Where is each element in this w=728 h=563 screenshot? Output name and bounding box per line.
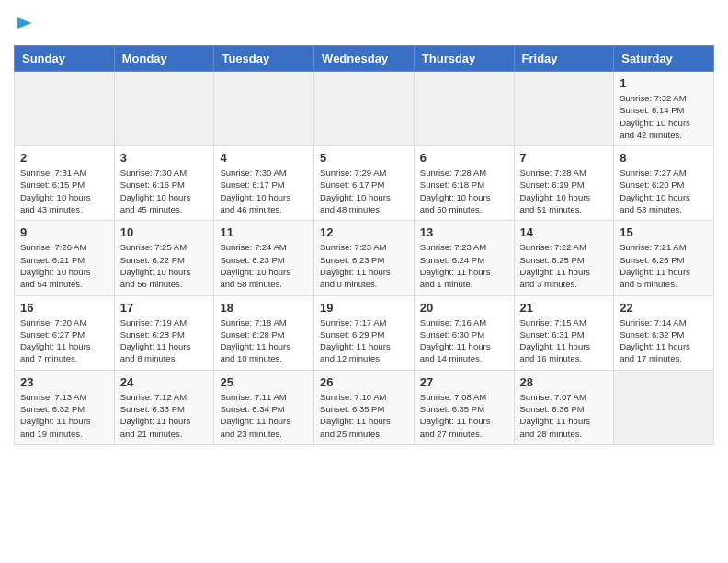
calendar-cell: 1Sunrise: 7:32 AMSunset: 6:14 PMDaylight… bbox=[614, 72, 714, 146]
day-info: Sunrise: 7:25 AMSunset: 6:22 PMDaylight:… bbox=[120, 241, 209, 290]
day-number: 10 bbox=[120, 225, 209, 239]
day-info: Sunrise: 7:28 AMSunset: 6:18 PMDaylight:… bbox=[420, 167, 508, 215]
calendar-cell: 16Sunrise: 7:20 AMSunset: 6:27 PMDayligh… bbox=[15, 295, 115, 370]
day-info: Sunrise: 7:16 AMSunset: 6:30 PMDaylight:… bbox=[420, 316, 508, 365]
day-number: 21 bbox=[520, 301, 609, 315]
day-number: 20 bbox=[420, 301, 508, 315]
day-number: 16 bbox=[20, 301, 108, 315]
day-number: 1 bbox=[620, 76, 708, 90]
calendar-week-5: 23Sunrise: 7:13 AMSunset: 6:32 PMDayligh… bbox=[15, 370, 714, 444]
calendar-cell: 11Sunrise: 7:24 AMSunset: 6:23 PMDayligh… bbox=[214, 221, 314, 295]
day-info: Sunrise: 7:31 AMSunset: 6:15 PMDaylight:… bbox=[20, 167, 108, 215]
day-number: 15 bbox=[620, 225, 708, 239]
day-number: 4 bbox=[220, 151, 308, 165]
day-number: 6 bbox=[420, 151, 508, 165]
calendar-week-2: 2Sunrise: 7:31 AMSunset: 6:15 PMDaylight… bbox=[15, 146, 714, 221]
calendar-cell: 17Sunrise: 7:19 AMSunset: 6:28 PMDayligh… bbox=[114, 295, 214, 370]
day-info: Sunrise: 7:28 AMSunset: 6:19 PMDaylight:… bbox=[520, 167, 609, 215]
day-number: 18 bbox=[220, 301, 308, 315]
day-number: 28 bbox=[520, 375, 609, 389]
day-number: 14 bbox=[520, 225, 609, 239]
day-info: Sunrise: 7:26 AMSunset: 6:21 PMDaylight:… bbox=[20, 241, 108, 290]
calendar-cell: 14Sunrise: 7:22 AMSunset: 6:25 PMDayligh… bbox=[514, 221, 614, 295]
day-info: Sunrise: 7:18 AMSunset: 6:28 PMDaylight:… bbox=[220, 316, 308, 365]
day-info: Sunrise: 7:21 AMSunset: 6:26 PMDaylight:… bbox=[620, 241, 708, 290]
calendar-cell bbox=[414, 72, 514, 146]
calendar-cell bbox=[614, 370, 714, 444]
day-info: Sunrise: 7:11 AMSunset: 6:34 PMDaylight:… bbox=[220, 391, 308, 440]
calendar-cell: 13Sunrise: 7:23 AMSunset: 6:24 PMDayligh… bbox=[414, 221, 514, 295]
calendar-cell: 19Sunrise: 7:17 AMSunset: 6:29 PMDayligh… bbox=[314, 295, 415, 370]
day-number: 12 bbox=[320, 225, 408, 239]
day-number: 11 bbox=[220, 225, 308, 239]
calendar-cell: 28Sunrise: 7:07 AMSunset: 6:36 PMDayligh… bbox=[514, 370, 614, 444]
calendar-cell: 9Sunrise: 7:26 AMSunset: 6:21 PMDaylight… bbox=[15, 221, 115, 295]
calendar-cell: 10Sunrise: 7:25 AMSunset: 6:22 PMDayligh… bbox=[114, 221, 214, 295]
calendar-cell bbox=[114, 72, 214, 146]
calendar-table: SundayMondayTuesdayWednesdayThursdayFrid… bbox=[14, 45, 714, 445]
day-info: Sunrise: 7:22 AMSunset: 6:25 PMDaylight:… bbox=[520, 241, 609, 290]
day-number: 13 bbox=[420, 225, 508, 239]
day-number: 19 bbox=[320, 301, 408, 315]
calendar-cell: 3Sunrise: 7:30 AMSunset: 6:16 PMDaylight… bbox=[114, 146, 214, 221]
day-number: 3 bbox=[120, 151, 209, 165]
day-info: Sunrise: 7:17 AMSunset: 6:29 PMDaylight:… bbox=[320, 316, 408, 365]
day-number: 22 bbox=[620, 301, 708, 315]
logo-arrow-icon bbox=[16, 14, 34, 32]
weekday-saturday: Saturday bbox=[614, 46, 714, 72]
calendar-cell: 27Sunrise: 7:08 AMSunset: 6:35 PMDayligh… bbox=[414, 370, 514, 444]
weekday-header-row: SundayMondayTuesdayWednesdayThursdayFrid… bbox=[15, 46, 714, 72]
day-info: Sunrise: 7:19 AMSunset: 6:28 PMDaylight:… bbox=[120, 316, 209, 365]
day-info: Sunrise: 7:12 AMSunset: 6:33 PMDaylight:… bbox=[120, 391, 209, 440]
calendar-week-1: 1Sunrise: 7:32 AMSunset: 6:14 PMDaylight… bbox=[15, 72, 714, 146]
weekday-wednesday: Wednesday bbox=[314, 46, 415, 72]
weekday-thursday: Thursday bbox=[414, 46, 514, 72]
calendar-cell: 4Sunrise: 7:30 AMSunset: 6:17 PMDaylight… bbox=[214, 146, 314, 221]
calendar-week-3: 9Sunrise: 7:26 AMSunset: 6:21 PMDaylight… bbox=[15, 221, 714, 295]
day-number: 9 bbox=[20, 225, 108, 239]
day-info: Sunrise: 7:32 AMSunset: 6:14 PMDaylight:… bbox=[620, 92, 708, 141]
calendar-cell: 12Sunrise: 7:23 AMSunset: 6:23 PMDayligh… bbox=[314, 221, 415, 295]
logo bbox=[14, 14, 34, 36]
day-info: Sunrise: 7:08 AMSunset: 6:35 PMDaylight:… bbox=[420, 391, 508, 440]
calendar-cell bbox=[15, 72, 115, 146]
day-info: Sunrise: 7:23 AMSunset: 6:23 PMDaylight:… bbox=[320, 241, 408, 290]
calendar-cell: 22Sunrise: 7:14 AMSunset: 6:32 PMDayligh… bbox=[614, 295, 714, 370]
day-number: 2 bbox=[20, 151, 108, 165]
weekday-friday: Friday bbox=[514, 46, 614, 72]
weekday-tuesday: Tuesday bbox=[214, 46, 314, 72]
calendar-week-4: 16Sunrise: 7:20 AMSunset: 6:27 PMDayligh… bbox=[15, 295, 714, 370]
day-number: 23 bbox=[20, 375, 108, 389]
weekday-monday: Monday bbox=[114, 46, 214, 72]
calendar-cell bbox=[314, 72, 415, 146]
calendar-cell: 24Sunrise: 7:12 AMSunset: 6:33 PMDayligh… bbox=[114, 370, 214, 444]
svg-marker-0 bbox=[17, 17, 32, 29]
calendar-cell: 26Sunrise: 7:10 AMSunset: 6:35 PMDayligh… bbox=[314, 370, 415, 444]
calendar-cell bbox=[514, 72, 614, 146]
day-info: Sunrise: 7:30 AMSunset: 6:16 PMDaylight:… bbox=[120, 167, 209, 215]
day-number: 7 bbox=[520, 151, 609, 165]
day-number: 25 bbox=[220, 375, 308, 389]
day-number: 5 bbox=[320, 151, 408, 165]
day-info: Sunrise: 7:29 AMSunset: 6:17 PMDaylight:… bbox=[320, 167, 408, 215]
day-info: Sunrise: 7:27 AMSunset: 6:20 PMDaylight:… bbox=[620, 167, 708, 215]
calendar-cell: 21Sunrise: 7:15 AMSunset: 6:31 PMDayligh… bbox=[514, 295, 614, 370]
calendar-cell: 5Sunrise: 7:29 AMSunset: 6:17 PMDaylight… bbox=[314, 146, 415, 221]
calendar-cell: 6Sunrise: 7:28 AMSunset: 6:18 PMDaylight… bbox=[414, 146, 514, 221]
day-info: Sunrise: 7:23 AMSunset: 6:24 PMDaylight:… bbox=[420, 241, 508, 290]
header bbox=[14, 14, 714, 36]
calendar-cell: 2Sunrise: 7:31 AMSunset: 6:15 PMDaylight… bbox=[15, 146, 115, 221]
weekday-sunday: Sunday bbox=[15, 46, 115, 72]
day-number: 24 bbox=[120, 375, 209, 389]
calendar-cell: 7Sunrise: 7:28 AMSunset: 6:19 PMDaylight… bbox=[514, 146, 614, 221]
calendar-cell bbox=[214, 72, 314, 146]
calendar-cell: 8Sunrise: 7:27 AMSunset: 6:20 PMDaylight… bbox=[614, 146, 714, 221]
day-number: 8 bbox=[620, 151, 708, 165]
day-info: Sunrise: 7:14 AMSunset: 6:32 PMDaylight:… bbox=[620, 316, 708, 365]
day-info: Sunrise: 7:24 AMSunset: 6:23 PMDaylight:… bbox=[220, 241, 308, 290]
calendar-cell: 18Sunrise: 7:18 AMSunset: 6:28 PMDayligh… bbox=[214, 295, 314, 370]
day-info: Sunrise: 7:20 AMSunset: 6:27 PMDaylight:… bbox=[20, 316, 108, 365]
day-info: Sunrise: 7:07 AMSunset: 6:36 PMDaylight:… bbox=[520, 391, 609, 440]
day-info: Sunrise: 7:15 AMSunset: 6:31 PMDaylight:… bbox=[520, 316, 609, 365]
day-info: Sunrise: 7:30 AMSunset: 6:17 PMDaylight:… bbox=[220, 167, 308, 215]
